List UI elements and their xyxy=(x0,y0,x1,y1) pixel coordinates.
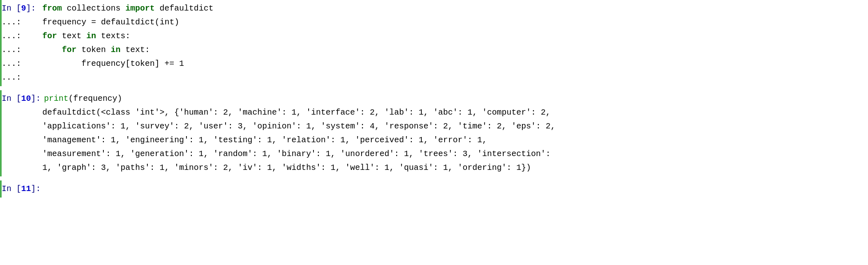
cell-9-line-5: ...: frequency[token] += 1 xyxy=(2,57,868,71)
output-10-line-4: 'measurement': 1, 'generation': 1, 'rand… xyxy=(2,147,868,161)
continuation-3: ...: xyxy=(2,30,42,42)
cell-11-line-1: In [11]: xyxy=(2,182,868,196)
output-text-1: defaultdict(<class 'int'>, {'human': 2, … xyxy=(42,106,868,119)
prompt-11: In [11]: xyxy=(2,183,44,195)
prompt-10: In [10]: xyxy=(2,93,44,105)
cell-10: In [10]: print(frequency) defaultdict(<c… xyxy=(0,90,868,176)
output-prompt-1 xyxy=(2,106,42,119)
continuation-4: ...: xyxy=(2,44,42,56)
output-text-3: 'management': 1, 'engineering': 1, 'test… xyxy=(42,134,868,146)
output-prompt-2 xyxy=(2,120,42,132)
cell-11: In [11]: xyxy=(0,180,868,198)
code-line-4[interactable]: for token in text: xyxy=(42,44,868,56)
code-line-1[interactable]: from collections import defaultdict xyxy=(42,2,868,15)
prompt-9: In [9]: xyxy=(2,2,42,15)
output-text-4: 'measurement': 1, 'generation': 1, 'rand… xyxy=(42,148,868,160)
cell-9-line-4: ...: for token in text: xyxy=(2,43,868,57)
code-line-3[interactable]: for text in texts: xyxy=(42,30,868,42)
output-10-line-1: defaultdict(<class 'int'>, {'human': 2, … xyxy=(2,106,868,119)
output-10-line-5: 1, 'graph': 3, 'paths': 1, 'minors': 2, … xyxy=(2,161,868,175)
cell-9-line-3: ...: for text in texts: xyxy=(2,29,868,43)
continuation-2: ...: xyxy=(2,16,42,28)
output-text-5: 1, 'graph': 3, 'paths': 1, 'minors': 2, … xyxy=(42,162,868,174)
output-10-line-2: 'applications': 1, 'survey': 2, 'user': … xyxy=(2,119,868,133)
output-text-2: 'applications': 1, 'survey': 2, 'user': … xyxy=(42,120,868,132)
cell-10-line-1: In [10]: print(frequency) xyxy=(2,92,868,106)
notebook: In [9]: from collections import defaultd… xyxy=(0,0,868,265)
cell-9: In [9]: from collections import defaultd… xyxy=(0,0,868,86)
output-prompt-3 xyxy=(2,134,42,146)
continuation-5: ...: xyxy=(2,58,42,70)
code-line-2[interactable]: frequency = defaultdict(int) xyxy=(42,16,868,28)
code-line-5[interactable]: frequency[token] += 1 xyxy=(42,58,868,70)
code-10-line-1[interactable]: print(frequency) xyxy=(44,93,868,105)
output-10-line-3: 'management': 1, 'engineering': 1, 'test… xyxy=(2,133,868,147)
cell-9-line-2: ...: frequency = defaultdict(int) xyxy=(2,15,868,29)
output-prompt-4 xyxy=(2,148,42,160)
cell-9-line-1: In [9]: from collections import defaultd… xyxy=(2,2,868,15)
cell-9-line-6: ...: xyxy=(2,71,868,85)
continuation-6: ...: xyxy=(2,72,42,84)
output-prompt-5 xyxy=(2,162,42,174)
